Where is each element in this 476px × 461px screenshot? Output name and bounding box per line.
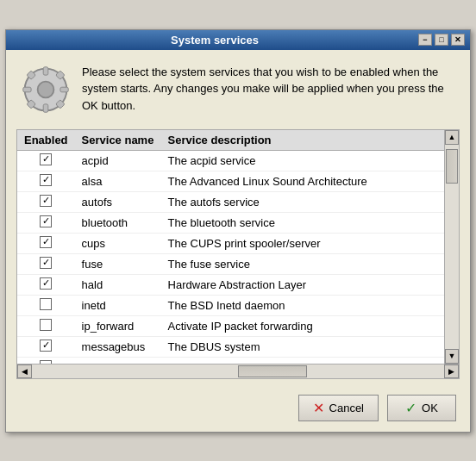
scroll-h-thumb[interactable] (238, 365, 307, 377)
enabled-cell (17, 191, 75, 212)
scroll-right-arrow[interactable]: ▶ (444, 364, 459, 378)
svg-rect-3 (43, 103, 48, 111)
table-scroll-wrapper: Enabled Service name Service description… (17, 130, 459, 364)
cancel-label: Cancel (329, 402, 364, 414)
service-name-cell: autofs (75, 191, 161, 212)
ok-button[interactable]: ✓ OK (387, 395, 456, 421)
scroll-thumb[interactable] (446, 149, 458, 184)
service-desc-cell: The autofs service (161, 191, 444, 212)
header-area: Please select the system services that y… (6, 50, 470, 124)
service-name-cell: bluetooth (75, 212, 161, 233)
service-desc-cell: The DBUS system (161, 336, 444, 357)
enabled-cell (17, 233, 75, 253)
table-inner[interactable]: Enabled Service name Service description… (17, 130, 444, 364)
col-enabled: Enabled (17, 130, 75, 151)
service-desc-cell: Hardware Abstraction Layer (161, 274, 444, 295)
service-name-cell: inetd (75, 295, 161, 315)
scroll-h-track[interactable] (32, 364, 444, 378)
table-row: mysqldThe MySQL database server (17, 357, 444, 364)
scroll-left-arrow[interactable]: ◀ (17, 364, 32, 378)
service-desc-cell: The CUPS print spooler/server (161, 233, 444, 253)
service-name-cell: alsa (75, 171, 161, 191)
service-desc-cell: The BSD Inetd daemon (161, 295, 444, 315)
enabled-cell (17, 315, 75, 336)
service-checkbox[interactable] (40, 360, 52, 364)
scroll-down-arrow[interactable]: ▼ (445, 349, 459, 364)
service-name-cell: messagebus (75, 336, 161, 357)
services-tbody: acpidThe acpid servicealsaThe Advanced L… (17, 150, 444, 364)
service-checkbox[interactable] (40, 257, 52, 269)
service-checkbox[interactable] (40, 215, 52, 227)
service-name-cell: fuse (75, 253, 161, 274)
service-name-cell: acpid (75, 150, 161, 171)
service-desc-cell: The bluetooth service (161, 212, 444, 233)
enabled-cell (17, 336, 75, 357)
enabled-cell (17, 253, 75, 274)
service-name-cell: hald (75, 274, 161, 295)
table-row: alsaThe Advanced Linux Sound Architectur… (17, 171, 444, 191)
services-table: Enabled Service name Service description… (17, 130, 444, 364)
minimize-button[interactable]: − (418, 34, 432, 46)
table-row: bluetoothThe bluetooth service (17, 212, 444, 233)
scroll-up-arrow[interactable]: ▲ (445, 130, 459, 145)
service-checkbox[interactable] (40, 195, 52, 207)
close-button[interactable]: ✕ (451, 34, 465, 46)
table-row: haldHardware Abstraction Layer (17, 274, 444, 295)
service-checkbox[interactable] (40, 174, 52, 186)
system-services-window: System services − □ ✕ Please select the … (5, 29, 471, 433)
col-service-desc: Service description (161, 130, 444, 151)
service-name-cell: cups (75, 233, 161, 253)
service-checkbox[interactable] (40, 319, 52, 331)
service-checkbox[interactable] (40, 277, 52, 290)
svg-rect-4 (23, 87, 31, 92)
enabled-cell (17, 274, 75, 295)
service-checkbox[interactable] (40, 236, 52, 248)
scroll-track[interactable] (445, 145, 459, 349)
svg-point-1 (38, 81, 54, 97)
service-desc-cell: The MySQL database server (161, 357, 444, 364)
service-checkbox[interactable] (40, 153, 52, 165)
maximize-button[interactable]: □ (435, 34, 448, 46)
table-row: acpidThe acpid service (17, 150, 444, 171)
table-row: messagebusThe DBUS system (17, 336, 444, 357)
table-row: cupsThe CUPS print spooler/server (17, 233, 444, 253)
service-desc-cell: The fuse service (161, 253, 444, 274)
ok-label: OK (422, 402, 438, 414)
enabled-cell (17, 357, 75, 364)
services-table-container: Enabled Service name Service description… (16, 129, 460, 379)
description-text: Please select the system services that y… (82, 64, 456, 115)
table-row: autofsThe autofs service (17, 191, 444, 212)
ok-icon: ✓ (405, 400, 416, 416)
enabled-cell (17, 295, 75, 315)
titlebar-buttons: − □ ✕ (418, 34, 465, 46)
service-checkbox[interactable] (40, 298, 52, 310)
horizontal-scrollbar: ◀ ▶ (17, 364, 459, 378)
service-checkbox[interactable] (40, 340, 52, 352)
titlebar: System services − □ ✕ (6, 30, 470, 50)
cancel-button[interactable]: ✕ Cancel (298, 395, 379, 421)
cancel-icon: ✕ (313, 400, 324, 416)
window-title: System services (11, 34, 418, 47)
table-row: fuseThe fuse service (17, 253, 444, 274)
enabled-cell (17, 171, 75, 191)
service-name-cell: mysqld (75, 357, 161, 364)
vertical-scrollbar: ▲ ▼ (444, 130, 459, 364)
svg-rect-5 (60, 87, 68, 92)
svg-rect-2 (43, 66, 48, 74)
service-desc-cell: The acpid service (161, 150, 444, 171)
enabled-cell (17, 212, 75, 233)
col-service-name: Service name (75, 130, 161, 151)
button-row: ✕ Cancel ✓ OK (6, 388, 470, 432)
enabled-cell (17, 150, 75, 171)
service-name-cell: ip_forward (75, 315, 161, 336)
table-row: inetdThe BSD Inetd daemon (17, 295, 444, 315)
service-desc-cell: The Advanced Linux Sound Architecture (161, 171, 444, 191)
service-desc-cell: Activate IP packet forwarding (161, 315, 444, 336)
table-row: ip_forwardActivate IP packet forwarding (17, 315, 444, 336)
gear-icon (20, 64, 72, 115)
table-header-row: Enabled Service name Service description (17, 130, 444, 151)
